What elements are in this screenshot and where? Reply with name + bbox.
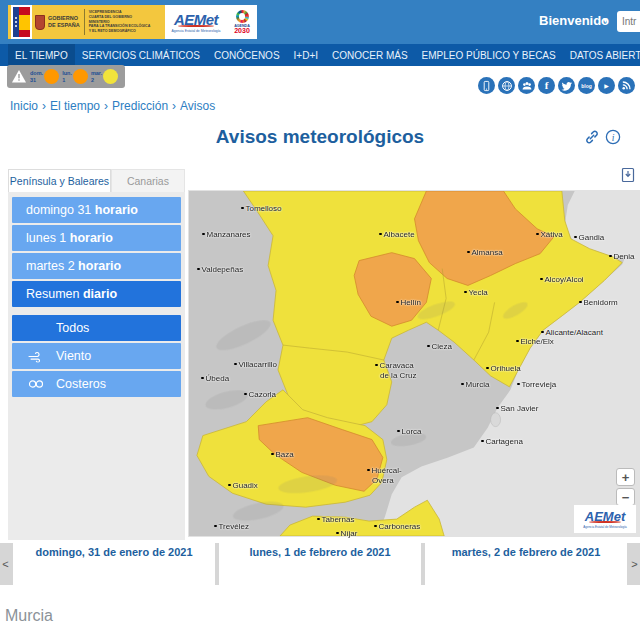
- twitter-icon[interactable]: [558, 77, 575, 94]
- nav-item-conocer-más[interactable]: CONOCER MÁS: [325, 44, 415, 66]
- warning-summary-strip: dom.31lun.1mar.2: [7, 65, 125, 88]
- date-panel-1: lunes, 1 de febrero de 2021: [219, 543, 421, 585]
- breadcrumb-separator: ›: [172, 99, 176, 113]
- chevron-down-icon: ▾: [603, 15, 608, 25]
- town-label-albacete: Albacete: [379, 230, 415, 240]
- day-buttons: domingo 31 horariolunes 1 horariomartes …: [12, 197, 181, 307]
- town-dot-icon: [481, 440, 484, 443]
- town-dot-icon: [317, 518, 320, 521]
- zoom-out-button[interactable]: −: [616, 488, 635, 506]
- warning-day-label: dom.31: [30, 70, 43, 83]
- blog-icon[interactable]: blog: [578, 77, 595, 94]
- date-panel-0: domingo, 31 de enero de 2021: [13, 543, 215, 585]
- gobierno-espana-logo[interactable]: GOBIERNO DE ESPAÑA VICEPRESIDENCIACUARTA…: [8, 5, 165, 39]
- breadcrumb-item-predicción[interactable]: Predicción: [112, 99, 168, 113]
- youtube-icon[interactable]: ▶: [598, 77, 615, 94]
- filter-button-costeros[interactable]: Costeros: [12, 371, 181, 397]
- waves-icon: [28, 379, 44, 390]
- town-label-torrevieja: Torrevieja: [517, 380, 556, 390]
- search-input[interactable]: [617, 11, 640, 32]
- day-button-lunes-1-horario[interactable]: lunes 1 horario: [12, 225, 181, 251]
- warning-day-chip-mar-2[interactable]: mar.2: [91, 69, 118, 84]
- town-label-gandia: Gandia: [574, 233, 604, 243]
- town-label-hellín: Hellín: [396, 298, 421, 308]
- nav-item-servicios-climáticos[interactable]: SERVICIOS CLIMÁTICOS: [75, 44, 207, 66]
- site-header: GOBIERNO DE ESPAÑA VICEPRESIDENCIACUARTA…: [0, 0, 640, 44]
- town-label-lorca: Lorca: [397, 427, 422, 437]
- day-button-domingo-31-horario[interactable]: domingo 31 horario: [12, 197, 181, 223]
- globe-icon[interactable]: [498, 77, 515, 94]
- date-panel-2: martes, 2 de febrero de 2021: [425, 543, 627, 585]
- town-label-carboneras: Carboneras: [374, 522, 420, 532]
- town-label-yecla: Yecla: [464, 288, 488, 298]
- warning-day-chip-lun-1[interactable]: lun.1: [62, 69, 88, 84]
- sdg-ring-icon: [236, 10, 249, 23]
- town-label-cazorla: Cazorla: [244, 390, 276, 400]
- rss-icon[interactable]: [618, 77, 635, 94]
- town-dot-icon: [197, 268, 200, 271]
- town-dot-icon: [516, 340, 519, 343]
- day-button-resumen-diario[interactable]: Resumen diario: [12, 281, 181, 307]
- town-label-manzanares: Manzanares: [202, 230, 251, 240]
- town-dot-icon: [241, 207, 244, 210]
- filter-button-todos[interactable]: Todos: [12, 315, 181, 341]
- facebook-icon[interactable]: f: [538, 77, 555, 94]
- prev-day-arrow[interactable]: <: [0, 543, 11, 585]
- town-label-cartagena: Cartagena: [481, 437, 523, 447]
- nav-item-conócenos[interactable]: CONÓCENOS: [207, 44, 287, 66]
- town-dot-icon: [375, 364, 378, 367]
- warning-map[interactable]: TomellosoManzanaresValdepeñasAlbaceteAlm…: [188, 190, 640, 537]
- breadcrumb: Inicio›El tiempo›Predicción›Avisos: [10, 99, 215, 113]
- nav-item-datos-abiertos[interactable]: DATOS ABIERTOS: [563, 44, 640, 66]
- info-icon[interactable]: i: [605, 129, 621, 145]
- town-label-valdepeñas: Valdepeñas: [197, 265, 243, 275]
- town-dot-icon: [202, 233, 205, 236]
- warning-day-label: mar.2: [91, 70, 102, 83]
- tab-canarias[interactable]: Canarias: [111, 169, 185, 192]
- town-dot-icon: [201, 377, 204, 380]
- zoom-in-button[interactable]: +: [616, 468, 635, 486]
- aemet-logo[interactable]: AEMet Agencia Estatal de Meteorología: [165, 5, 227, 39]
- town-dot-icon: [517, 383, 520, 386]
- title-icons: i: [584, 129, 621, 145]
- link-icon[interactable]: [584, 129, 600, 145]
- tab-península-y-baleares[interactable]: Península y Baleares: [8, 169, 111, 192]
- nav-item-el-tiempo[interactable]: EL TIEMPO: [8, 44, 75, 66]
- town-dot-icon: [234, 363, 237, 366]
- mobile-icon[interactable]: [478, 77, 495, 94]
- warning-day-chip-dom-31[interactable]: dom.31: [30, 69, 59, 84]
- logo-strip: GOBIERNO DE ESPAÑA VICEPRESIDENCIACUARTA…: [8, 5, 257, 39]
- warning-triangle-icon: [11, 69, 27, 84]
- breadcrumb-item-inicio[interactable]: Inicio: [10, 99, 38, 113]
- day-button-martes-2-horario[interactable]: martes 2 horario: [12, 253, 181, 279]
- town-label-baza: Baza: [271, 450, 294, 460]
- town-dot-icon: [397, 430, 400, 433]
- filter-button-viento[interactable]: Viento: [12, 343, 181, 369]
- town-dot-icon: [486, 367, 489, 370]
- breadcrumb-item-el-tiempo[interactable]: El tiempo: [50, 99, 100, 113]
- next-day-arrow[interactable]: >: [629, 543, 640, 585]
- town-dot-icon: [579, 301, 582, 304]
- community-icon[interactable]: [518, 77, 535, 94]
- warning-day-label: lun.1: [62, 70, 72, 83]
- welcome-dropdown[interactable]: Bienvenido: [539, 13, 609, 28]
- town-dot-icon: [214, 525, 217, 528]
- gobierno-text: GOBIERNO DE ESPAÑA: [48, 15, 80, 28]
- town-dot-icon: [336, 532, 339, 535]
- town-label-úbeda: Úbeda: [201, 374, 229, 384]
- date-strip: < domingo, 31 de enero de 2021lunes, 1 d…: [0, 543, 640, 585]
- download-icon[interactable]: [621, 167, 635, 187]
- coat-of-arms-icon: [35, 15, 45, 30]
- agenda-2030-logo[interactable]: AGENDA 2030: [227, 5, 257, 39]
- town-label-caravaca-de-la-cruz: Caravacade la Cruz: [375, 361, 416, 380]
- spain-flag-icon: [11, 5, 32, 39]
- town-dot-icon: [496, 407, 499, 410]
- nav-item-empleo-público-y-becas[interactable]: EMPLEO PÚBLICO Y BECAS: [415, 44, 563, 66]
- town-dot-icon: [271, 453, 274, 456]
- wind-icon: [28, 350, 45, 363]
- town-label-tomelloso: Tomelloso: [241, 204, 282, 214]
- map-zoom-controls: + −: [616, 468, 635, 506]
- nav-item-i+d+i[interactable]: I+D+I: [287, 44, 325, 66]
- town-dot-icon: [374, 525, 377, 528]
- town-label-benidorm: Benidorm: [579, 298, 618, 308]
